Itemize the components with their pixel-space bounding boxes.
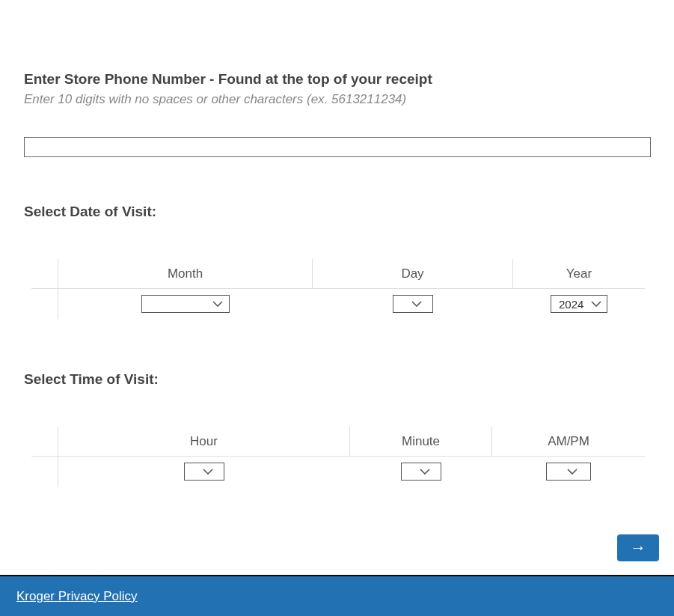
footer: Kroger Privacy Policy — [0, 575, 674, 616]
chevron-down-icon — [411, 301, 422, 307]
chevron-down-icon — [212, 301, 223, 307]
date-header-day: Day — [313, 259, 513, 288]
year-value: 2024 — [559, 298, 583, 311]
chevron-down-icon — [203, 469, 213, 475]
time-header-minute: Minute — [350, 427, 492, 456]
time-header-ampm: AM/PM — [492, 427, 645, 456]
date-header-year: Year — [513, 259, 645, 288]
arrow-right-icon: → — [630, 538, 646, 558]
phone-input[interactable] — [24, 137, 651, 157]
date-row-spacer — [31, 289, 58, 319]
time-section-label: Select Time of Visit: — [24, 371, 650, 388]
chevron-down-icon — [591, 301, 601, 307]
time-header-spacer — [31, 427, 58, 456]
chevron-down-icon — [420, 469, 430, 475]
privacy-policy-link[interactable]: Kroger Privacy Policy — [16, 589, 138, 604]
phone-subheading: Enter 10 digits with no spaces or other … — [24, 92, 650, 107]
date-grid: Month Day Year — [31, 259, 645, 319]
time-grid: Hour Minute AM/PM — [31, 427, 645, 487]
date-section-label: Select Date of Visit: — [24, 204, 650, 220]
date-header-month: Month — [58, 259, 313, 288]
day-select[interactable] — [393, 295, 433, 313]
ampm-select[interactable] — [546, 463, 591, 481]
date-header-spacer — [31, 259, 58, 288]
month-select[interactable] — [141, 295, 230, 313]
chevron-down-icon — [567, 469, 578, 475]
phone-heading: Enter Store Phone Number - Found at the … — [24, 71, 650, 88]
hour-select[interactable] — [184, 463, 224, 481]
year-select[interactable]: 2024 — [551, 295, 607, 313]
time-row-spacer — [31, 457, 58, 487]
minute-select[interactable] — [401, 463, 441, 481]
time-header-hour: Hour — [58, 427, 350, 456]
next-button[interactable]: → — [617, 534, 659, 561]
